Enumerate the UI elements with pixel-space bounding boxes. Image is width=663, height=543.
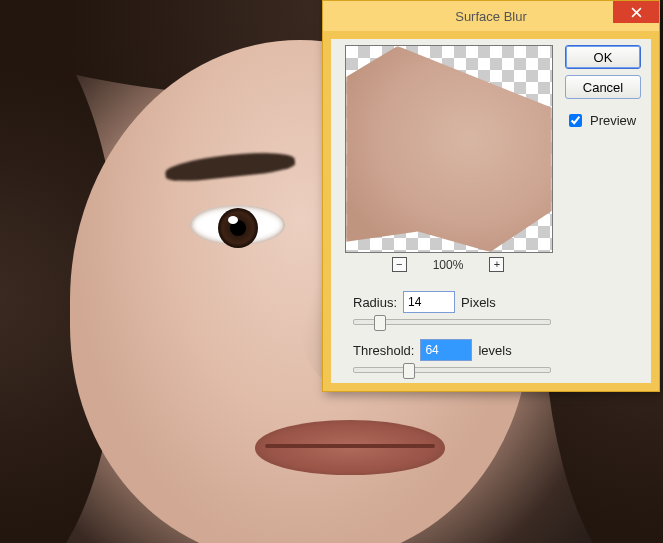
- filter-preview[interactable]: [345, 45, 553, 253]
- close-button[interactable]: [613, 1, 659, 23]
- preview-checkbox[interactable]: [569, 114, 582, 127]
- eye: [190, 205, 285, 245]
- radius-input[interactable]: [403, 291, 455, 313]
- close-icon: [631, 7, 642, 18]
- threshold-unit: levels: [478, 343, 511, 358]
- dialog-body: − 100% + Radius: Pixels Threshold: level…: [323, 31, 659, 391]
- dialog-button-column: OK Cancel Preview: [565, 45, 641, 130]
- eye-highlight: [228, 216, 238, 224]
- zoom-level: 100%: [433, 258, 464, 272]
- eyebrow: [164, 148, 296, 183]
- preview-checkbox-row[interactable]: Preview: [565, 111, 641, 130]
- ok-button[interactable]: OK: [565, 45, 641, 69]
- radius-label: Radius:: [353, 295, 397, 310]
- threshold-input[interactable]: [420, 339, 472, 361]
- cancel-button[interactable]: Cancel: [565, 75, 641, 99]
- radius-slider-thumb[interactable]: [374, 315, 386, 331]
- dialog-titlebar[interactable]: Surface Blur: [323, 1, 659, 31]
- radius-param: Radius: Pixels: [353, 291, 563, 325]
- zoom-out-button[interactable]: −: [392, 257, 407, 272]
- preview-checkbox-label: Preview: [590, 113, 636, 128]
- threshold-slider-thumb[interactable]: [403, 363, 415, 379]
- threshold-label: Threshold:: [353, 343, 414, 358]
- iris: [218, 208, 258, 248]
- threshold-param: Threshold: levels: [353, 339, 563, 373]
- radius-slider[interactable]: [353, 319, 551, 325]
- zoom-controls: − 100% +: [345, 257, 551, 272]
- threshold-slider[interactable]: [353, 367, 551, 373]
- surface-blur-dialog: Surface Blur − 100% + Radius: Pixels: [322, 0, 660, 392]
- zoom-in-button[interactable]: +: [489, 257, 504, 272]
- lips: [255, 420, 445, 475]
- radius-unit: Pixels: [461, 295, 496, 310]
- dialog-title: Surface Blur: [455, 9, 527, 24]
